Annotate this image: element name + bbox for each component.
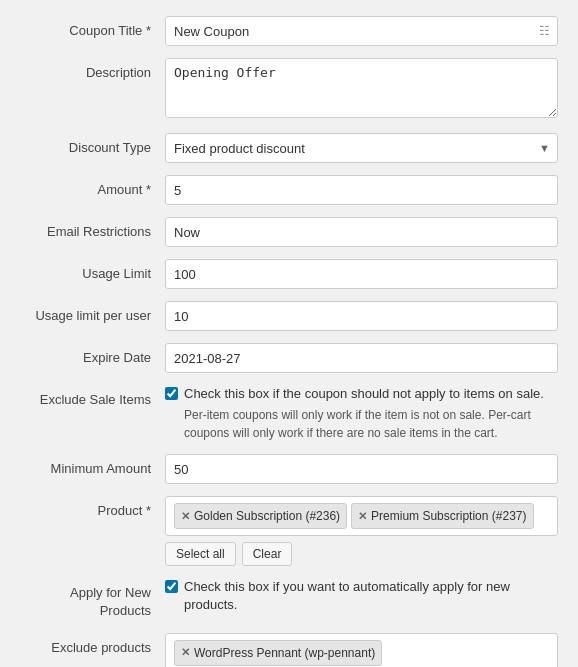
minimum-amount-label: Minimum Amount <box>20 454 165 478</box>
coupon-title-input[interactable] <box>165 16 558 46</box>
apply-new-products-label: Apply for New Products <box>20 578 165 620</box>
product-tag-2[interactable]: ✕ Premium Subscription (#237) <box>351 503 533 529</box>
exclude-product-tag-1[interactable]: ✕ WordPress Pennant (wp-pennant) <box>174 640 382 666</box>
exclude-products-tags-container: ✕ WordPress Pennant (wp-pennant) <box>165 633 558 667</box>
usage-limit-per-user-label: Usage limit per user <box>20 301 165 325</box>
coupon-title-label: Coupon Title * <box>20 16 165 40</box>
product-tag-1-remove[interactable]: ✕ <box>181 510 190 523</box>
info-icon: ☷ <box>539 24 550 38</box>
description-input[interactable] <box>165 58 558 118</box>
email-restrictions-label: Email Restrictions <box>20 217 165 241</box>
product-label: Product * <box>20 496 165 520</box>
discount-type-label: Discount Type <box>20 133 165 157</box>
exclude-product-tag-1-label: WordPress Pennant (wp-pennant) <box>194 646 375 660</box>
select-all-button[interactable]: Select all <box>165 542 236 566</box>
amount-label: Amount * <box>20 175 165 199</box>
exclude-sale-items-label: Exclude Sale Items <box>20 385 165 409</box>
usage-limit-label: Usage Limit <box>20 259 165 283</box>
product-tags-container: ✕ Golden Subscription (#236) ✕ Premium S… <box>165 496 558 536</box>
expire-date-label: Expire Date <box>20 343 165 367</box>
discount-type-select[interactable]: Percentage discount Fixed cart discount … <box>165 133 558 163</box>
usage-limit-input[interactable] <box>165 259 558 289</box>
usage-limit-per-user-input[interactable] <box>165 301 558 331</box>
minimum-amount-input[interactable] <box>165 454 558 484</box>
product-tag-2-label: Premium Subscription (#237) <box>371 509 526 523</box>
exclude-sale-items-hint: Per-item coupons will only work if the i… <box>184 406 558 442</box>
exclude-sale-items-checkbox[interactable] <box>165 387 178 400</box>
product-tag-2-remove[interactable]: ✕ <box>358 510 367 523</box>
expire-date-input[interactable] <box>165 343 558 373</box>
product-tag-1-label: Golden Subscription (#236) <box>194 509 340 523</box>
product-tag-1[interactable]: ✕ Golden Subscription (#236) <box>174 503 347 529</box>
description-label: Description <box>20 58 165 82</box>
exclude-product-tag-1-remove[interactable]: ✕ <box>181 646 190 659</box>
clear-button[interactable]: Clear <box>242 542 293 566</box>
apply-new-products-checkbox[interactable] <box>165 580 178 593</box>
amount-input[interactable] <box>165 175 558 205</box>
email-restrictions-input[interactable] <box>165 217 558 247</box>
exclude-sale-items-checkbox-label: Check this box if the coupon should not … <box>184 385 558 403</box>
exclude-products-label: Exclude products <box>20 633 165 657</box>
apply-new-products-checkbox-label: Check this box if you want to automatica… <box>184 578 558 614</box>
